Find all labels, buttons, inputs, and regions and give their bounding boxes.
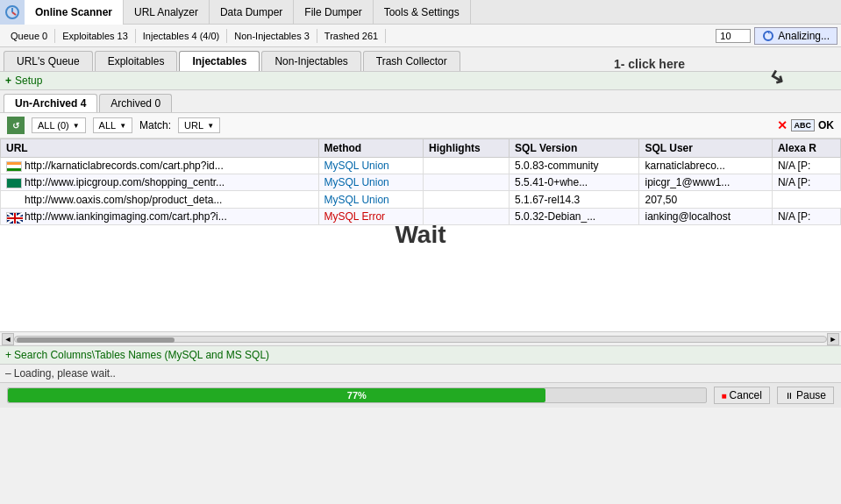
- tab-exploitables[interactable]: Exploitables: [95, 51, 178, 71]
- all-dropdown[interactable]: ALL: [93, 117, 133, 133]
- table-row[interactable]: http://www.ipicgroup.com/shopping_centr.…: [1, 174, 841, 191]
- progress-track: 77%: [7, 387, 707, 403]
- table-row[interactable]: http://www.iankingimaging.com/cart.php?i…: [1, 209, 841, 225]
- horizontal-scrollbar[interactable]: ◄ ►: [0, 331, 841, 345]
- cell-sql-version: 5.5.41-0+whe...: [510, 174, 639, 191]
- title-tab-online-scanner[interactable]: Online Scanner: [25, 0, 124, 25]
- analyzing-icon: [762, 30, 774, 42]
- sub-tab-unarchived[interactable]: Un-Archived 4: [4, 94, 97, 112]
- setup-label: Setup: [15, 75, 42, 87]
- match-dropdown[interactable]: URL: [178, 117, 220, 133]
- cell-highlights: [423, 191, 509, 209]
- table-row[interactable]: http://karnaticlabrecords.com/cart.php?i…: [1, 158, 841, 174]
- cell-sql-user: karnaticlabreco...: [639, 158, 772, 174]
- flag-uk: [6, 212, 22, 223]
- flag-none: [6, 193, 22, 203]
- abc-icon: ABC: [791, 119, 816, 131]
- nav-tabs: URL's Queue Exploitables Injectables Non…: [0, 47, 841, 72]
- title-tab-file-dumper[interactable]: File Dumper: [294, 0, 373, 25]
- match-label: Match:: [139, 119, 171, 131]
- title-bar: Online Scanner URL Analyzer Data Dumper …: [0, 0, 841, 25]
- title-tab-url-analyzer[interactable]: URL Analyzer: [124, 0, 210, 25]
- ok-label[interactable]: OK: [818, 119, 834, 131]
- progress-fill: [8, 388, 545, 402]
- title-tab-data-dumper[interactable]: Data Dumper: [210, 0, 294, 25]
- cell-highlights: [423, 209, 509, 225]
- cancel-button[interactable]: ■ Cancel: [714, 387, 770, 404]
- progress-bar-container: 77% ■ Cancel ⏸ Pause: [0, 382, 841, 408]
- cell-url: http://www.iankingimaging.com/cart.php?i…: [1, 209, 319, 225]
- table-container[interactable]: URL Method Highlights SQL Version SQL Us…: [0, 138, 841, 331]
- col-url: URL: [1, 139, 319, 158]
- cell-sql-version: 5.1.67-rel14.3: [510, 191, 639, 209]
- svg-line-2: [12, 12, 16, 15]
- progress-percent-label: 77%: [347, 390, 367, 401]
- cell-sql-user: 207,50: [639, 191, 772, 209]
- scroll-track[interactable]: [14, 336, 827, 343]
- cell-highlights: [423, 174, 509, 191]
- cell-method: MySQL Union: [318, 191, 423, 209]
- tab-trash-collector[interactable]: Trash Collector: [363, 51, 460, 71]
- scroll-thumb[interactable]: [17, 337, 175, 343]
- svg-rect-10: [7, 217, 23, 219]
- cell-sql-version: 5.0.32-Debian_...: [510, 209, 639, 225]
- cell-sql-user: ianking@localhost: [639, 209, 772, 225]
- spinner-area: Analizing...: [716, 27, 837, 45]
- scroll-left-arrow[interactable]: ◄: [2, 333, 14, 345]
- trashed-count[interactable]: Trashed 261: [317, 29, 386, 43]
- filter-refresh-icon[interactable]: ↺: [7, 117, 25, 134]
- all-count-dropdown[interactable]: ALL (0): [32, 117, 86, 133]
- col-highlights: Highlights: [423, 139, 509, 158]
- stop-icon: ■: [722, 391, 727, 401]
- cell-sql-user: ipicgr_1@www1...: [639, 174, 772, 191]
- filter-bar: ↺ ALL (0) ALL Match: URL ✕ ABC OK: [0, 113, 841, 138]
- queue-count[interactable]: Queue 0: [4, 29, 55, 43]
- cell-method: MySQL Error: [318, 209, 423, 225]
- table-row[interactable]: http://www.oaxis.com/shop/product_deta..…: [1, 191, 841, 209]
- cell-sql-version: 5.0.83-community: [510, 158, 639, 174]
- non-injectables-count[interactable]: Non-Injectables 3: [227, 29, 317, 43]
- sub-tabs: Un-Archived 4 Archived 0: [0, 90, 841, 113]
- pause-icon: ⏸: [785, 391, 794, 401]
- setup-bar[interactable]: + Setup: [0, 72, 841, 90]
- cell-highlights: [423, 158, 509, 174]
- spinner-input[interactable]: [716, 29, 751, 43]
- flag-sa: [6, 178, 22, 188]
- setup-plus-icon: +: [5, 75, 11, 87]
- cell-alexa-r: N/A [P:: [772, 158, 840, 174]
- cell-url: http://www.ipicgroup.com/shopping_centr.…: [1, 174, 319, 191]
- exploitables-count[interactable]: Exploitables 13: [55, 29, 136, 43]
- col-alexa-r: Alexa R: [772, 139, 840, 158]
- app-icon: [0, 0, 25, 25]
- click-annotation: 1- click here: [614, 57, 685, 71]
- cell-method: MySQL Union: [318, 174, 423, 191]
- cell-url: http://karnaticlabrecords.com/cart.php?i…: [1, 158, 319, 174]
- results-table: URL Method Highlights SQL Version SQL Us…: [0, 138, 841, 225]
- scroll-right-arrow[interactable]: ►: [827, 333, 839, 345]
- flag-india: [6, 161, 22, 172]
- status-label: Loading, please wait..: [14, 367, 116, 380]
- tab-urls-queue[interactable]: URL's Queue: [4, 51, 93, 71]
- minus-icon: –: [5, 367, 11, 380]
- title-tab-tools-settings[interactable]: Tools & Settings: [374, 0, 471, 25]
- status-bar: – Loading, please wait..: [0, 364, 841, 382]
- tab-non-injectables[interactable]: Non-Injectables: [261, 51, 360, 71]
- tab-injectables[interactable]: Injectables: [179, 51, 260, 71]
- ok-button-area: ✕ ABC OK: [777, 118, 835, 132]
- cell-method: MySQL Union: [318, 158, 423, 174]
- col-sql-user: SQL User: [639, 139, 772, 158]
- cell-alexa-r: N/A [P:: [772, 174, 840, 191]
- search-bar[interactable]: + Search Columns\Tables Names (MySQL and…: [0, 345, 841, 364]
- table-area: URL Method Highlights SQL Version SQL Us…: [0, 138, 841, 331]
- col-method: Method: [318, 139, 423, 158]
- cell-alexa-r: N/A [P:: [772, 209, 840, 225]
- pause-button[interactable]: ⏸ Pause: [777, 387, 834, 404]
- analyzing-button[interactable]: Analizing...: [754, 27, 837, 45]
- injectables-count[interactable]: Injectables 4 (4/0): [136, 29, 227, 43]
- search-label: Search Columns\Tables Names (MySQL and M…: [14, 349, 269, 361]
- menu-bar: Queue 0 Exploitables 13 Injectables 4 (4…: [0, 25, 841, 47]
- col-sql-version: SQL Version: [510, 139, 639, 158]
- cell-url: http://www.oaxis.com/shop/product_deta..…: [1, 191, 319, 209]
- x-icon[interactable]: ✕: [777, 118, 788, 132]
- sub-tab-archived[interactable]: Archived 0: [99, 94, 172, 112]
